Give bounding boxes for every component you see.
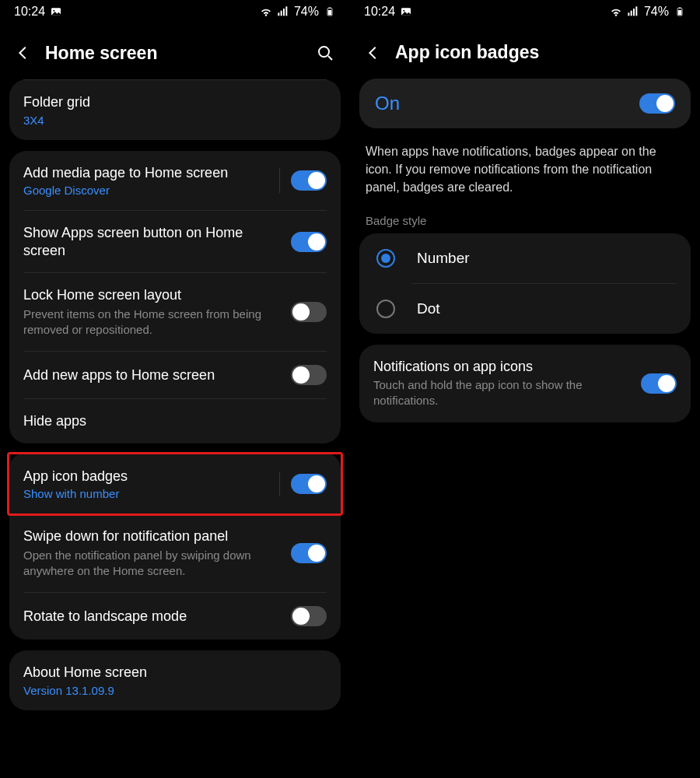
badge-style-number[interactable]: Number <box>359 233 691 283</box>
wifi-icon <box>610 5 622 18</box>
header: Home screen <box>0 22 350 79</box>
add-new-apps-toggle[interactable] <box>291 365 327 385</box>
badge-style-card: Number Dot <box>359 233 691 334</box>
badges-card: App icon badges Show with number Swipe d… <box>9 452 341 640</box>
add-new-apps-row[interactable]: Add new apps to Home screen <box>9 352 341 398</box>
search-button[interactable] <box>314 42 336 64</box>
notif-on-icons-row[interactable]: Notifications on app icons Touch and hol… <box>359 345 691 422</box>
radio-number[interactable] <box>376 249 395 268</box>
radio-dot[interactable] <box>376 300 395 318</box>
swipe-down-toggle[interactable] <box>291 543 327 563</box>
svg-rect-7 <box>329 8 331 9</box>
battery-pct: 74% <box>644 5 669 19</box>
wifi-icon <box>260 5 272 18</box>
signal-icon <box>627 5 639 18</box>
media-page-toggle[interactable] <box>291 170 327 191</box>
about-row[interactable]: About Home screen Version 13.1.09.9 <box>9 650 341 710</box>
status-bar: 10:24 74% <box>350 0 700 22</box>
image-icon <box>400 5 412 18</box>
badge-style-dot[interactable]: Dot <box>359 284 691 334</box>
badges-toggle[interactable] <box>291 474 327 494</box>
about-card: About Home screen Version 13.1.09.9 <box>9 650 341 710</box>
battery-pct: 74% <box>294 5 319 19</box>
svg-point-1 <box>53 10 54 12</box>
signal-icon <box>277 5 289 18</box>
home-screen-settings: 10:24 74% Home screen <box>0 0 350 778</box>
apps-button-toggle[interactable] <box>291 232 327 252</box>
badge-style-label: Badge style <box>359 214 691 233</box>
status-bar: 10:24 74% <box>0 0 350 22</box>
app-icon-badges-settings: 10:24 74% App icon badges On <box>350 0 700 778</box>
svg-point-9 <box>319 47 329 57</box>
svg-rect-4 <box>283 9 285 16</box>
back-button[interactable] <box>364 44 383 62</box>
folder-grid-value: 3X4 <box>23 114 327 127</box>
notif-on-icons-toggle[interactable] <box>641 373 677 394</box>
lock-layout-toggle[interactable] <box>291 302 327 322</box>
svg-rect-14 <box>633 9 635 16</box>
rotate-row[interactable]: Rotate to landscape mode <box>9 593 341 640</box>
header: App icon badges <box>350 22 700 79</box>
svg-rect-3 <box>281 11 282 16</box>
svg-point-11 <box>403 10 404 12</box>
svg-rect-12 <box>628 12 629 16</box>
lock-layout-row[interactable]: Lock Home screen layout Prevent items on… <box>9 273 341 351</box>
master-toggle-label: On <box>375 93 639 114</box>
swipe-down-row[interactable]: Swipe down for notification panel Open t… <box>9 514 341 592</box>
status-time: 10:24 <box>364 5 395 19</box>
media-page-row[interactable]: Add media page to Home screen Google Dis… <box>9 151 341 211</box>
svg-rect-8 <box>328 10 332 15</box>
badges-description: When apps have notifications, badges app… <box>359 139 691 214</box>
battery-icon <box>324 5 336 18</box>
image-icon <box>50 5 62 18</box>
svg-rect-2 <box>278 12 279 16</box>
battery-icon <box>674 5 686 18</box>
folder-grid-row[interactable]: Folder grid 3X4 <box>9 80 341 140</box>
master-toggle-banner[interactable]: On <box>359 79 691 128</box>
svg-rect-5 <box>285 6 287 16</box>
svg-rect-13 <box>631 11 632 16</box>
svg-rect-18 <box>678 10 682 15</box>
master-toggle[interactable] <box>639 93 675 114</box>
folder-grid-title: Folder grid <box>23 93 327 111</box>
hide-apps-row[interactable]: Hide apps <box>9 399 341 443</box>
home-options-card: Add media page to Home screen Google Dis… <box>9 151 341 443</box>
folder-grid-card: Folder grid 3X4 <box>9 79 341 140</box>
back-button[interactable] <box>14 44 33 62</box>
apps-button-row[interactable]: Show Apps screen button on Home screen <box>9 211 341 272</box>
rotate-toggle[interactable] <box>291 606 327 626</box>
svg-rect-17 <box>679 8 681 9</box>
status-time: 10:24 <box>14 5 45 19</box>
page-title: Home screen <box>45 43 302 64</box>
notif-icons-card: Notifications on app icons Touch and hol… <box>359 345 691 422</box>
page-title: App icon badges <box>395 42 686 63</box>
app-icon-badges-row[interactable]: App icon badges Show with number <box>7 452 343 517</box>
svg-rect-15 <box>635 6 637 16</box>
